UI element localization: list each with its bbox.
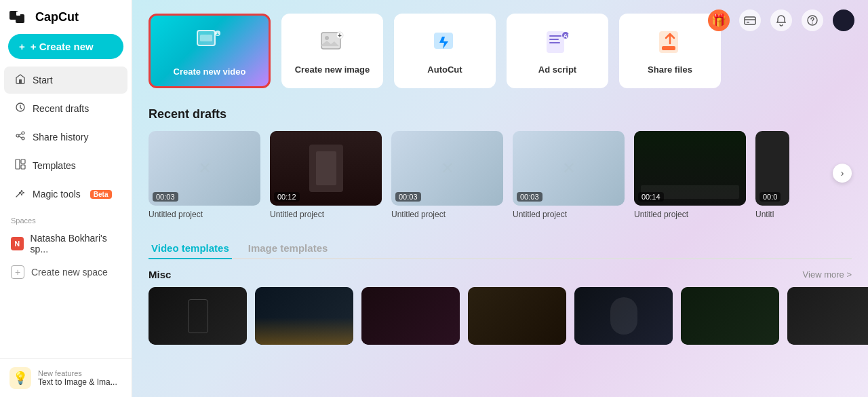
draft-duration-1: 00:03 xyxy=(153,192,178,202)
svg-point-5 xyxy=(22,132,24,134)
autocut-card[interactable]: AutoCut xyxy=(394,14,496,88)
gift-icon[interactable]: 🎁 xyxy=(708,10,730,31)
ad-script-card[interactable]: AI Ad script xyxy=(507,14,608,88)
space-name: Natasha Bokhari's sp... xyxy=(31,233,121,254)
sidebar-recent-drafts-label: Recent drafts xyxy=(33,103,89,114)
space-item-natasha[interactable]: N Natasha Bokhari's sp... xyxy=(0,227,132,260)
new-features-title: New features xyxy=(38,369,117,377)
view-more-button[interactable]: View more > xyxy=(803,269,852,280)
sidebar-item-magic-tools[interactable]: Magic tools Beta xyxy=(4,181,127,208)
video-icon: + xyxy=(195,25,224,61)
main-content: 🎁 xyxy=(132,0,868,397)
draft-thumb-4: ✕ 00:03 xyxy=(513,131,625,206)
sidebar-share-history-label: Share history xyxy=(33,132,88,143)
draft-card-5[interactable]: 00:14 Untitled project xyxy=(634,131,746,219)
svg-rect-3 xyxy=(19,79,22,83)
logo-text: CapCut xyxy=(35,10,79,24)
create-image-card[interactable]: + Create new image xyxy=(281,14,383,88)
draft-thumb-6: 00:0 xyxy=(755,131,789,206)
misc-title: Misc xyxy=(149,269,171,280)
create-new-button[interactable]: + + Create new xyxy=(8,34,123,59)
draft-card-1[interactable]: ✕ 00:03 Untitled project xyxy=(149,131,260,219)
draft-thumb-1: ✕ 00:03 xyxy=(149,131,260,206)
draft-title-5: Untitled project xyxy=(634,210,746,219)
draft-title-1: Untitled project xyxy=(149,210,260,219)
draft-card-2[interactable]: 00:12 Untitled project xyxy=(270,131,382,219)
sidebar-item-recent-drafts[interactable]: Recent drafts xyxy=(4,95,127,122)
sidebar-item-start[interactable]: Start xyxy=(4,67,127,94)
tab-video-templates[interactable]: Video templates xyxy=(149,238,232,259)
capcut-watermark-4: ✕ xyxy=(562,159,576,178)
templates-icon xyxy=(15,159,26,172)
sidebar-magic-tools-label: Magic tools xyxy=(33,189,81,200)
draft-title-2: Untitled project xyxy=(270,210,382,219)
svg-rect-18 xyxy=(200,35,212,41)
create-space-item[interactable]: + Create new space xyxy=(0,260,132,284)
misc-header: Misc View more > xyxy=(149,269,852,280)
tab-image-templates[interactable]: Image templates xyxy=(245,238,331,259)
sidebar-templates-label: Templates xyxy=(33,160,76,171)
svg-point-22 xyxy=(325,36,329,40)
draft-thumb-2: 00:12 xyxy=(270,131,382,206)
share-files-icon xyxy=(655,27,685,59)
drafts-row: ✕ 00:03 Untitled project 00:12 Untitled … xyxy=(149,131,852,219)
draft-duration-6: 00:0 xyxy=(760,192,781,202)
template-card-4[interactable] xyxy=(468,287,566,345)
draft-card-6[interactable]: 00:0 Untitl xyxy=(755,131,789,219)
image-icon: + xyxy=(317,27,347,59)
template-card-1[interactable] xyxy=(149,287,247,345)
draft-title-3: Untitled project xyxy=(391,210,503,219)
share-files-card[interactable]: Share files xyxy=(619,14,721,88)
draft-duration-5: 00:14 xyxy=(638,192,664,202)
template-card-6[interactable] xyxy=(681,287,779,345)
capcut-logo-icon xyxy=(9,10,31,24)
sidebar-start-label: Start xyxy=(33,75,53,86)
notification-icon[interactable] xyxy=(770,10,792,31)
svg-rect-2 xyxy=(16,12,20,16)
svg-text:+: + xyxy=(338,32,342,39)
template-card-7[interactable] xyxy=(787,287,868,345)
draft-thumb-5: 00:14 xyxy=(634,131,746,206)
draft-title-4: Untitled project xyxy=(513,210,625,219)
draft-card-3[interactable]: ✕ 00:03 Untitled project xyxy=(391,131,503,219)
template-tabs: Video templates Image templates xyxy=(149,238,852,259)
create-image-label: Create new image xyxy=(295,64,370,75)
sidebar: CapCut + + Create new Start Recent draft… xyxy=(0,0,132,397)
capcut-watermark-1: ✕ xyxy=(198,159,212,178)
svg-point-7 xyxy=(22,137,24,140)
draft-duration-2: 00:12 xyxy=(274,192,300,202)
header-icons: 🎁 xyxy=(708,10,854,31)
clock-icon xyxy=(15,102,26,115)
template-row xyxy=(149,287,852,345)
new-features-desc: Text to Image & Ima... xyxy=(38,377,117,387)
svg-rect-33 xyxy=(662,46,675,50)
draft-duration-4: 00:03 xyxy=(517,192,542,202)
recent-drafts-title: Recent drafts xyxy=(149,107,852,121)
sidebar-item-templates[interactable]: Templates xyxy=(4,152,127,179)
svg-text:+: + xyxy=(216,31,220,37)
draft-card-4[interactable]: ✕ 00:03 Untitled project xyxy=(513,131,625,219)
sidebar-item-share-history[interactable]: Share history xyxy=(4,124,127,151)
svg-rect-29 xyxy=(549,42,560,43)
new-features-area[interactable]: 💡 New features Text to Image & Ima... xyxy=(0,358,132,397)
svg-rect-14 xyxy=(747,22,749,23)
drafts-next-button[interactable]: › xyxy=(833,164,852,183)
create-video-card[interactable]: + Create new video xyxy=(149,14,271,88)
create-new-plus-icon: + xyxy=(19,41,25,52)
subscription-icon[interactable] xyxy=(739,10,761,31)
svg-rect-13 xyxy=(745,17,755,24)
draft-thumb-3: ✕ 00:03 xyxy=(391,131,503,206)
create-space-icon: + xyxy=(11,265,24,279)
template-card-2[interactable] xyxy=(255,287,353,345)
template-card-3[interactable] xyxy=(361,287,460,345)
svg-rect-12 xyxy=(21,165,25,169)
beta-badge: Beta xyxy=(90,190,112,199)
create-video-label: Create new video xyxy=(174,67,246,77)
share-files-label: Share files xyxy=(648,64,692,75)
ad-script-icon: AI xyxy=(542,27,572,59)
user-avatar[interactable] xyxy=(833,10,854,31)
svg-rect-28 xyxy=(549,39,559,40)
svg-rect-27 xyxy=(549,35,561,37)
help-icon[interactable] xyxy=(802,10,823,31)
template-card-5[interactable] xyxy=(574,287,673,345)
